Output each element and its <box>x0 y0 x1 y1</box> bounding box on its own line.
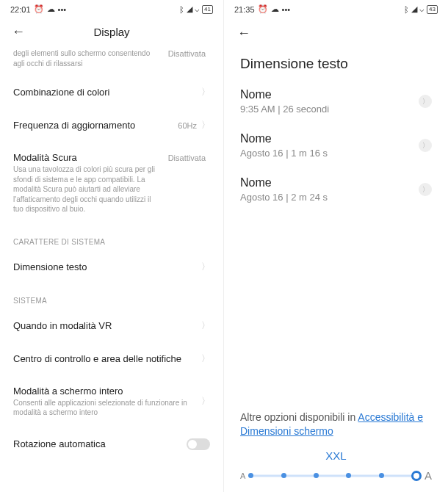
row-refresh-rate[interactable]: Frequenza di aggiornamento 60Hz 〉 <box>0 109 223 142</box>
slider-track[interactable] <box>248 470 422 482</box>
cloud-icon: ☁ <box>47 4 55 14</box>
slider-tick <box>248 473 253 478</box>
right-screen: 21:35 ⏰ ☁ ••• ᛒ ◢ ⌵ 43 ← Dimensione test… <box>224 0 448 492</box>
preview-item-3[interactable]: Nome Agosto 16 | 2 m 24 s 〉 <box>224 169 448 213</box>
chevron-right-icon: 〉 <box>201 119 210 131</box>
row-auto-rotate[interactable]: Rotazione automatica <box>0 428 223 460</box>
row-value: Disattivata <box>168 153 206 162</box>
status-time: 22:01 <box>10 5 31 14</box>
alarm-icon: ⏰ <box>34 4 44 14</box>
trunc-value: Disattivata <box>168 48 206 59</box>
header: ← Display <box>0 17 223 48</box>
row-label: Rotazione automatica <box>13 438 181 449</box>
page-title: Display <box>0 26 223 38</box>
chevron-right-icon: 〉 <box>419 95 432 108</box>
auto-rotate-toggle[interactable] <box>187 438 210 450</box>
section-header-system: SISTEMA <box>0 283 223 309</box>
left-screen: 22:01 ⏰ ☁ ••• ᛒ ◢ ⌵ 41 ← Display degli e… <box>0 0 224 492</box>
chevron-right-icon: 〉 <box>201 86 210 98</box>
bluetooth-icon: ᛒ <box>179 5 184 14</box>
row-control-center[interactable]: Centro di controllo e area delle notific… <box>0 342 223 375</box>
status-time: 21:35 <box>234 5 255 14</box>
footer-text: Altre opzioni disponibili in Accessibili… <box>240 410 432 439</box>
signal-icon: ◢ <box>411 4 417 14</box>
preview-item-2[interactable]: Nome Agosto 16 | 1 m 16 s 〉 <box>224 125 448 169</box>
section-header-font: CARATTERE DI SISTEMA <box>0 225 223 250</box>
status-bar: 22:01 ⏰ ☁ ••• ᛒ ◢ ⌵ 41 <box>0 0 223 17</box>
signal-icon: ◢ <box>187 4 192 14</box>
row-label: Modalità a schermo intero <box>13 386 195 397</box>
slider-tick <box>346 473 351 478</box>
row-vr-mode[interactable]: Quando in modalità VR 〉 <box>0 309 223 342</box>
row-desc: Usa una tavolozza di colori più scura pe… <box>13 164 162 214</box>
item-name: Nome <box>240 176 328 189</box>
row-label: Centro di controllo e area delle notific… <box>13 353 195 364</box>
alarm-icon: ⏰ <box>258 4 268 14</box>
slider-max-icon: A <box>424 469 432 482</box>
row-label: Modalità Scura <box>13 152 162 163</box>
chevron-right-icon: 〉 <box>201 261 210 273</box>
text-size-slider[interactable]: A A <box>240 469 432 482</box>
row-text-size[interactable]: Dimensione testo 〉 <box>0 250 223 283</box>
status-bar: 21:35 ⏰ ☁ ••• ᛒ ◢ ⌵ 43 <box>224 0 448 17</box>
trunc-desc: degli elementi sullo schermo consentendo… <box>13 48 168 68</box>
more-icon: ••• <box>58 5 67 14</box>
back-button[interactable]: ← <box>237 26 250 40</box>
wifi-icon: ⌵ <box>419 4 424 14</box>
chevron-right-icon: 〉 <box>201 319 210 332</box>
battery-indicator: 41 <box>202 5 213 14</box>
row-desc: Consenti alle applicazioni selezionate d… <box>13 398 195 418</box>
cloud-icon: ☁ <box>271 4 279 14</box>
size-label: XXL <box>240 439 432 469</box>
item-name: Nome <box>240 88 329 101</box>
row-dark-mode[interactable]: Modalità Scura Usa una tavolozza di colo… <box>0 142 223 225</box>
header: ← <box>224 17 448 46</box>
wifi-icon: ⌵ <box>195 4 200 14</box>
slider-thumb[interactable] <box>411 471 422 481</box>
item-sub: 9:35 AM | 26 secondi <box>240 104 329 115</box>
preview-item-1[interactable]: Nome 9:35 AM | 26 secondi 〉 <box>224 81 448 125</box>
slider-tick <box>314 473 319 478</box>
row-label: Frequenza di aggiornamento <box>13 120 172 131</box>
more-icon: ••• <box>282 5 291 14</box>
truncated-row[interactable]: degli elementi sullo schermo consentendo… <box>0 48 223 76</box>
chevron-right-icon: 〉 <box>419 183 432 196</box>
battery-indicator: 43 <box>427 5 438 14</box>
row-fullscreen-mode[interactable]: Modalità a schermo intero Consenti alle … <box>0 375 223 428</box>
chevron-right-icon: 〉 <box>419 139 432 152</box>
row-label: Combinazione di colori <box>13 87 195 98</box>
bluetooth-icon: ᛒ <box>404 5 409 14</box>
chevron-right-icon: 〉 <box>201 352 210 365</box>
chevron-right-icon: 〉 <box>201 395 210 408</box>
slider-min-icon: A <box>240 471 245 480</box>
slider-tick <box>379 473 384 478</box>
row-label: Quando in modalità VR <box>13 320 195 331</box>
item-name: Nome <box>240 132 328 145</box>
row-color-combination[interactable]: Combinazione di colori 〉 <box>0 76 223 109</box>
item-sub: Agosto 16 | 2 m 24 s <box>240 192 328 203</box>
item-sub: Agosto 16 | 1 m 16 s <box>240 148 328 159</box>
page-title: Dimensione testo <box>224 46 448 81</box>
slider-tick <box>281 473 286 478</box>
row-label: Dimensione testo <box>13 261 195 272</box>
footer: Altre opzioni disponibili in Accessibili… <box>224 410 448 492</box>
row-value: 60Hz <box>178 121 197 130</box>
